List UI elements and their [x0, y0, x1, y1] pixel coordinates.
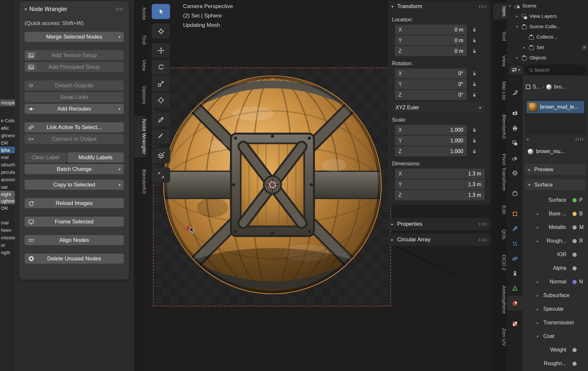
node-socket-label[interactable]: allic	[0, 124, 15, 132]
property-value[interactable]	[572, 362, 579, 366]
tab-collection[interactable]	[507, 186, 523, 201]
expand-chevron-icon[interactable]: ▸	[537, 239, 539, 243]
tab-world[interactable]	[507, 165, 523, 180]
number-field[interactable]: X 0°	[395, 68, 467, 78]
expand-chevron-icon[interactable]: ▾	[537, 334, 539, 339]
property-value[interactable]	[572, 348, 579, 352]
expand-triangle-icon[interactable]: ▸	[527, 137, 529, 141]
expand-chevron-icon[interactable]: ▸	[537, 280, 539, 284]
outliner-row[interactable]: ▾ Scene	[507, 1, 588, 11]
tab-view-layer[interactable]	[507, 136, 523, 150]
material-property-row[interactable]: ▾ Coat	[523, 329, 588, 343]
material-datablock-selector[interactable]: brown_mu...	[525, 147, 585, 156]
material-property-row[interactable]: ▸ Metallic M	[523, 221, 588, 234]
panel-grip-icon[interactable]	[478, 5, 487, 8]
panel-grip-icon[interactable]	[575, 138, 583, 141]
node-socket-label[interactable]: e Color	[0, 117, 15, 124]
sidebar-tab[interactable]: Pivot Transform	[493, 151, 507, 194]
breadcrumb-object[interactable]: S...	[533, 84, 540, 90]
material-property-row[interactable]: ▸ Rough... R	[523, 234, 588, 248]
rotation-mode-dropdown[interactable]: XYZ Euler ▾	[392, 102, 485, 113]
sidebar-tab[interactable]: Atmosphere	[493, 282, 507, 317]
node-socket-label[interactable]: lpha	[0, 147, 15, 153]
node-socket-label[interactable]: ughness	[0, 197, 15, 204]
lock-open-icon[interactable]	[472, 82, 477, 87]
surface-section-header[interactable]: ▾ Surface	[525, 179, 585, 190]
sidebar-tab[interactable]: Node	[134, 5, 147, 23]
node-socket-label[interactable]: pecular	[0, 168, 15, 176]
outliner-row[interactable]: ▾ Objects	[507, 53, 588, 63]
add-cube-tool-button[interactable]	[152, 148, 170, 163]
outliner-row[interactable]: ▸ View Layers	[507, 11, 588, 21]
sidebar-tab[interactable]: OCD 2	[493, 252, 507, 273]
node-socket-label[interactable]: heen	[0, 226, 15, 234]
detach-outputs-button[interactable]: Detach Outputs	[25, 80, 124, 90]
material-property-row[interactable]: Alpha	[523, 261, 588, 275]
outliner-row[interactable]: ▸ Set	[507, 42, 588, 53]
properties-panel-collapsed[interactable]: ▸ Properties	[388, 218, 490, 230]
node-editor-strip[interactable]: rincipled e Color allic ghness OR lpha m…	[0, 0, 15, 371]
scale-tool-button[interactable]	[152, 76, 170, 91]
material-slot-selected[interactable]: brown_mud_le...	[526, 101, 584, 113]
cursor-tool-button[interactable]	[152, 23, 170, 39]
number-field[interactable]: Y 0°	[395, 79, 467, 89]
number-field[interactable]: Y 1.3 m	[395, 179, 485, 189]
lock-open-icon[interactable]	[472, 38, 477, 43]
add-reroutes-dropdown[interactable]: Add Reroutes ▾	[25, 104, 124, 114]
merge-nodes-dropdown[interactable]: Merge Selected Nodes ▾	[25, 32, 124, 42]
tab-tool[interactable]	[507, 85, 523, 100]
lock-open-icon[interactable]	[472, 149, 477, 154]
number-field[interactable]: Y 1.000	[395, 136, 467, 146]
expand-chevron-icon[interactable]: ▸	[516, 14, 522, 18]
outliner-row[interactable]: Collecti...	[507, 32, 588, 42]
sidebar-tab[interactable]: Mat List	[493, 78, 507, 103]
sidebar-tab[interactable]: Zen UV	[493, 325, 507, 349]
number-field[interactable]: X 1.3 m	[395, 169, 485, 179]
material-slot-list[interactable]: brown_mud_le...	[525, 100, 585, 135]
panel-grip-icon[interactable]	[478, 238, 487, 241]
preview-section-header[interactable]: ▸ Preview	[525, 164, 585, 175]
move-tool-button[interactable]	[152, 43, 170, 58]
property-value[interactable]: M	[572, 224, 583, 230]
swap-links-button[interactable]: Swap Links	[25, 92, 124, 102]
circular-array-panel-collapsed[interactable]: ▸ Circular Array	[388, 233, 490, 246]
expand-chevron-icon[interactable]: ▾	[516, 56, 522, 60]
expand-chevron-icon[interactable]: ▸	[523, 45, 529, 50]
breadcrumb-material[interactable]: bro...	[554, 84, 566, 90]
tab-particles[interactable]	[507, 236, 523, 251]
property-value[interactable]: B	[572, 211, 583, 217]
tab-texture[interactable]	[507, 316, 523, 331]
search-input[interactable]	[534, 67, 582, 73]
panel-grip-icon[interactable]	[115, 8, 124, 11]
node-socket-label[interactable]: mal	[0, 219, 15, 226]
material-property-row[interactable]: Roughn...	[523, 357, 588, 370]
add-principled-setup-button[interactable]: Add Principled Setup	[25, 62, 124, 72]
modify-labels-button[interactable]: Modify Labels	[67, 152, 124, 162]
batch-change-dropdown[interactable]: Batch Change ▾	[25, 164, 124, 174]
property-value[interactable]: R	[572, 238, 583, 244]
align-nodes-button[interactable]: Align Nodes	[25, 235, 124, 245]
frame-selected-button[interactable]: Frame Selected	[25, 217, 124, 227]
node-socket-label[interactable]: OR	[0, 204, 15, 212]
number-field[interactable]: Z 1.000	[395, 146, 467, 156]
expand-chevron-icon[interactable]: ▾	[516, 25, 522, 29]
property-value[interactable]: N	[572, 279, 583, 285]
clear-label-button[interactable]: Clear Label	[25, 152, 66, 162]
node-socket-label[interactable]: ansmis	[0, 176, 15, 183]
sidebar-tab[interactable]: Edit	[493, 202, 507, 217]
material-property-row[interactable]: Weight	[523, 343, 588, 357]
expand-chevron-icon[interactable]: ▸	[537, 307, 539, 311]
expand-chevron-icon[interactable]: ▸	[537, 225, 539, 230]
sidebar-tab[interactable]: BlenderKit	[493, 112, 507, 142]
reload-images-button[interactable]: Reload Images	[25, 198, 124, 208]
link-active-to-selected-button[interactable]: Link Active To Select...	[25, 122, 124, 132]
node-socket-label[interactable]: mission	[0, 234, 15, 241]
editor-type-dropdown[interactable]: ▾	[510, 66, 523, 74]
node-socket-label[interactable]: ngth	[0, 249, 15, 256]
annotate-tool-button[interactable]	[152, 112, 170, 127]
lock-open-icon[interactable]	[472, 49, 477, 54]
expand-chevron-icon[interactable]: ▸	[537, 212, 539, 216]
node-socket-label[interactable]: eight	[0, 191, 15, 197]
material-property-row[interactable]: Surface P	[523, 193, 588, 207]
checkbox-icon[interactable]	[582, 45, 587, 50]
